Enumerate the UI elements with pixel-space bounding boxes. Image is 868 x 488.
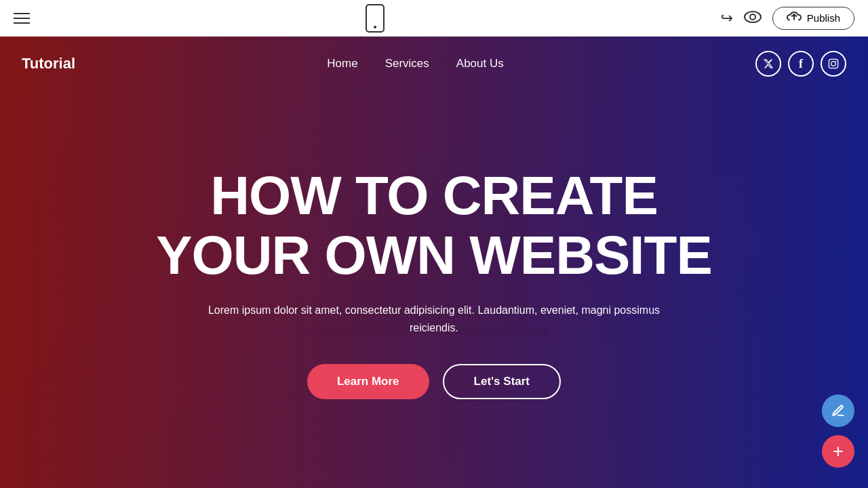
learn-more-button[interactable]: Learn More xyxy=(307,364,429,399)
hero-section: Tutorial Home Services About Us f xyxy=(0,37,868,488)
site-nav-links: Home Services About Us xyxy=(327,57,503,70)
toolbar: ↩ Publish xyxy=(0,0,868,37)
svg-point-3 xyxy=(831,62,836,66)
toolbar-right: ↩ Publish xyxy=(721,7,854,30)
instagram-icon[interactable] xyxy=(821,51,846,77)
nav-link-about[interactable]: About Us xyxy=(456,57,504,70)
hero-subtitle: Lorem ipsum dolor sit amet, consectetur … xyxy=(197,302,671,336)
toolbar-center xyxy=(366,4,384,33)
hero-buttons: Learn More Let's Start xyxy=(307,364,561,399)
undo-icon[interactable]: ↩ xyxy=(721,9,733,27)
twitter-icon[interactable] xyxy=(755,51,781,77)
lets-start-button[interactable]: Let's Start xyxy=(443,364,561,399)
publish-button[interactable]: Publish xyxy=(772,7,854,30)
nav-link-home[interactable]: Home xyxy=(327,57,357,70)
svg-rect-2 xyxy=(829,59,837,68)
site-navigation: Tutorial Home Services About Us f xyxy=(0,37,868,91)
nav-link-services[interactable]: Services xyxy=(385,57,429,70)
hero-content: HOW TO CREATE YOUR OWN WEBSITE Lorem ips… xyxy=(156,166,712,399)
cloud-upload-icon xyxy=(787,12,802,25)
edit-fab-button[interactable] xyxy=(822,394,854,427)
preview-area: Tutorial Home Services About Us f xyxy=(0,37,868,488)
toolbar-left xyxy=(14,13,30,24)
site-logo: Tutorial xyxy=(22,55,75,73)
svg-point-4 xyxy=(835,61,836,62)
preview-eye-icon[interactable] xyxy=(744,9,762,27)
add-fab-button[interactable]: + xyxy=(822,435,854,468)
mobile-preview-icon[interactable] xyxy=(366,4,384,33)
publish-label: Publish xyxy=(807,12,840,24)
svg-point-0 xyxy=(745,12,761,22)
hero-title: HOW TO CREATE YOUR OWN WEBSITE xyxy=(156,166,712,285)
facebook-icon[interactable]: f xyxy=(788,51,814,77)
social-icons: f xyxy=(755,51,846,77)
hamburger-icon[interactable] xyxy=(14,13,30,24)
svg-point-1 xyxy=(750,14,755,20)
